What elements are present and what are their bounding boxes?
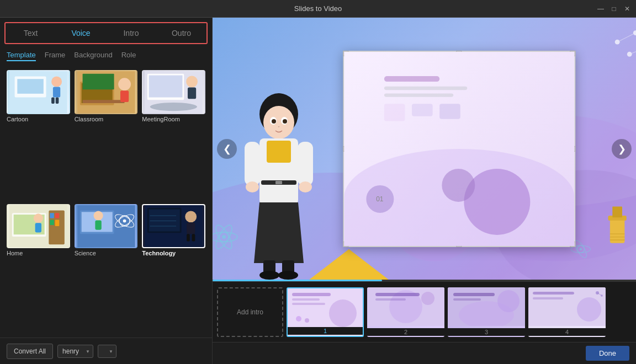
svg-rect-29 [35, 223, 41, 232]
svg-point-64 [219, 232, 229, 242]
template-thumb-home [7, 204, 70, 248]
svg-point-36 [123, 219, 126, 222]
next-arrow[interactable]: ❯ [612, 139, 632, 159]
slide-number: 01 [366, 185, 394, 213]
speed-dropdown-wrap [98, 345, 116, 358]
convert-all-button[interactable]: Convert All [7, 344, 53, 359]
sub-tab-role[interactable]: Role [121, 51, 136, 61]
sub-tab-template[interactable]: Template [7, 51, 36, 61]
svg-point-12 [118, 78, 131, 90]
svg-point-69 [577, 245, 584, 253]
svg-rect-38 [95, 220, 101, 229]
svg-rect-104 [384, 86, 467, 89]
svg-rect-125 [453, 298, 481, 301]
tab-voice[interactable]: Voice [56, 23, 106, 43]
svg-point-98 [299, 181, 312, 192]
svg-rect-47 [187, 234, 190, 241]
svg-rect-118 [375, 293, 420, 296]
tab-text[interactable]: Text [6, 23, 56, 43]
bottom-bar: Convert All henry [0, 338, 212, 364]
svg-rect-48 [192, 234, 195, 241]
voice-dropdown-wrap: henry [57, 345, 93, 358]
svg-rect-112 [292, 298, 320, 301]
template-label-classroom: Classroom [75, 116, 138, 122]
slide-canvas: 01 [343, 50, 576, 247]
svg-point-83 [271, 94, 287, 107]
svg-point-110 [329, 299, 357, 327]
maximize-button[interactable]: □ [610, 4, 618, 13]
svg-rect-19 [188, 87, 196, 99]
svg-rect-106 [384, 104, 405, 121]
svg-point-28 [34, 213, 43, 223]
prev-arrow[interactable]: ❮ [217, 139, 237, 159]
template-label-meetingroom: MeetingRoom [142, 116, 205, 122]
svg-rect-13 [120, 90, 129, 102]
sub-tab-background[interactable]: Background [74, 51, 112, 61]
template-technology[interactable]: Technology [142, 204, 205, 334]
svg-point-102 [278, 271, 298, 280]
svg-point-56 [627, 52, 632, 57]
svg-point-3 [51, 77, 62, 87]
template-science[interactable]: Science [75, 204, 138, 334]
close-button[interactable]: ✕ [623, 4, 632, 13]
voice-select[interactable]: henry [57, 345, 93, 358]
svg-rect-119 [375, 298, 406, 301]
template-home[interactable]: Home [7, 204, 70, 334]
speed-select[interactable] [98, 345, 116, 358]
svg-rect-4 [53, 87, 60, 98]
svg-point-37 [93, 211, 103, 220]
strip-scroll-position [213, 280, 382, 281]
main-layout: Text Voice Intro Outro Template Frame Ba… [0, 18, 636, 364]
preview-area: 01 ❮ ❯ [213, 18, 636, 280]
tab-outro[interactable]: Outro [156, 23, 206, 43]
svg-line-58 [617, 33, 635, 42]
svg-rect-111 [292, 293, 331, 296]
svg-rect-2 [17, 79, 44, 94]
template-classroom[interactable]: Classroom [75, 70, 138, 200]
strip-scrollbar [213, 280, 636, 281]
template-label-technology: Technology [142, 250, 205, 256]
svg-rect-108 [439, 104, 460, 119]
done-bar: Done [213, 342, 636, 364]
add-intro-box[interactable]: Add intro [217, 287, 283, 337]
template-label-cartoon: Cartoon [7, 116, 70, 122]
character-figure [235, 92, 323, 280]
svg-rect-25 [55, 213, 60, 218]
svg-rect-96 [298, 142, 313, 186]
slide-thumb-3[interactable]: 3 [448, 287, 525, 337]
svg-rect-94 [275, 181, 282, 184]
slide-thumb-4[interactable]: 4 [528, 287, 606, 337]
template-thumb-meetingroom [142, 70, 205, 114]
svg-point-123 [497, 290, 520, 312]
sub-tab-frame[interactable]: Frame [45, 51, 66, 61]
svg-rect-46 [187, 222, 195, 234]
svg-rect-113 [292, 303, 325, 305]
svg-rect-6 [56, 98, 59, 104]
template-grid: Cartoon Class [0, 66, 212, 338]
svg-point-114 [296, 316, 301, 322]
slide-thumb-strip: Add intro 1 [213, 281, 636, 342]
done-button[interactable]: Done [586, 346, 629, 361]
slide-num-3: 3 [448, 328, 525, 336]
template-meetingroom[interactable]: MeetingRoom [142, 70, 205, 200]
svg-point-18 [186, 76, 198, 88]
title-bar: Slides to Video — □ ✕ [0, 0, 636, 18]
slide-thumb-2[interactable]: 2 [367, 287, 444, 337]
template-cartoon[interactable]: Cartoon [7, 70, 70, 200]
slide-thumb-1[interactable]: 1 [287, 287, 364, 337]
svg-rect-27 [55, 220, 60, 226]
svg-point-65 [213, 232, 237, 242]
svg-point-88 [283, 119, 287, 124]
svg-rect-92 [267, 141, 291, 163]
window-controls: — □ ✕ [596, 4, 632, 13]
svg-rect-107 [412, 104, 433, 116]
add-intro-label: Add intro [237, 308, 263, 316]
svg-point-120 [421, 292, 434, 305]
tab-intro[interactable]: Intro [106, 23, 156, 43]
svg-point-17 [150, 103, 198, 111]
svg-point-101 [259, 271, 279, 280]
svg-rect-73 [610, 219, 625, 243]
svg-rect-103 [384, 76, 439, 82]
svg-rect-128 [533, 297, 563, 299]
minimize-button[interactable]: — [596, 4, 605, 13]
